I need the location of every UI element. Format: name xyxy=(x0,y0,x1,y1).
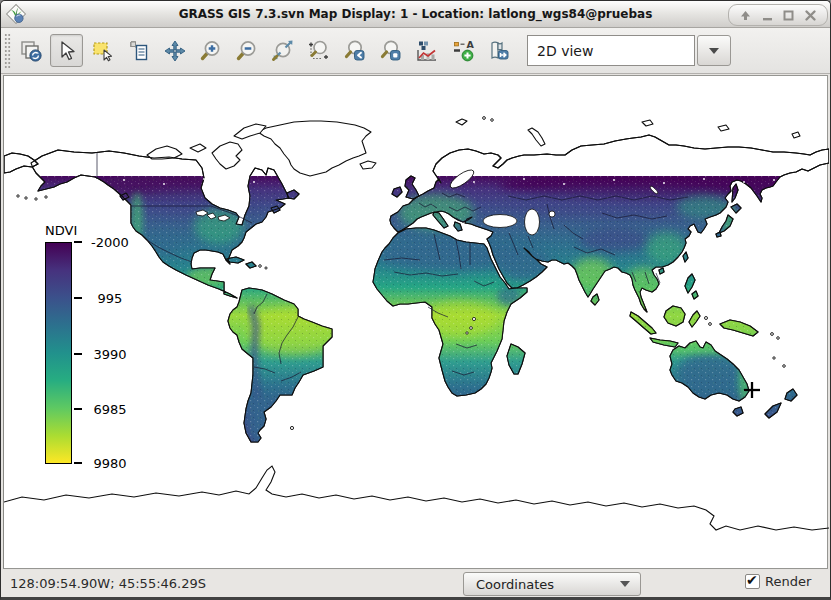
statusbar: 128:09:54.90W; 45:55:46.29S Coordinates … xyxy=(1,570,830,598)
select-features-button[interactable] xyxy=(86,34,119,67)
select-features-icon xyxy=(91,39,115,63)
antarctica-coastline xyxy=(4,466,829,530)
maximize-button[interactable] xyxy=(781,7,797,23)
save-display-button[interactable] xyxy=(482,34,515,67)
zoom-back-icon xyxy=(343,39,367,63)
save-display-icon xyxy=(487,39,511,63)
legend-label: -2000 xyxy=(86,235,134,250)
shade-button[interactable] xyxy=(738,7,754,23)
zoom-in-button[interactable] xyxy=(194,34,227,67)
window-title: GRASS GIS 7.3.svn Map Display: 1 - Locat… xyxy=(1,1,830,28)
toolbar-drag-handle[interactable] xyxy=(4,33,11,69)
zoom-back-button[interactable] xyxy=(338,34,371,67)
chevron-down-icon xyxy=(709,48,719,54)
svg-text:A: A xyxy=(466,39,474,50)
pointer-button[interactable] xyxy=(50,34,83,67)
display-map-button[interactable] xyxy=(14,34,47,67)
ndvi-legend: NDVI -2000 995 3990 6985 9980 xyxy=(42,223,172,242)
legend-tick xyxy=(74,353,82,355)
legend-colorbar xyxy=(45,242,72,464)
grass-map-display-window: GRASS GIS 7.3.svn Map Display: 1 - Locat… xyxy=(0,0,831,600)
close-button[interactable] xyxy=(802,7,818,23)
world-ndvi-map xyxy=(4,76,829,570)
query-icon xyxy=(127,39,151,63)
legend-tick xyxy=(74,297,82,299)
render-checkbox[interactable] xyxy=(745,574,760,589)
view-mode-dropdown-button[interactable] xyxy=(697,35,731,66)
analyze-icon xyxy=(415,39,439,63)
titlebar[interactable]: GRASS GIS 7.3.svn Map Display: 1 - Locat… xyxy=(1,1,830,28)
add-map-elements-icon: A xyxy=(451,39,475,63)
legend-tick xyxy=(74,408,82,410)
zoom-out-button[interactable] xyxy=(230,34,263,67)
map-canvas[interactable]: NDVI -2000 995 3990 6985 9980 xyxy=(3,75,828,569)
render-checkbox-label: Render xyxy=(765,574,811,589)
statusbar-mode-value: Coordinates xyxy=(476,577,554,592)
legend-label: 3990 xyxy=(86,347,134,362)
chevron-down-icon xyxy=(620,581,630,587)
pointer-icon xyxy=(55,39,79,63)
statusbar-mode-dropdown[interactable]: Coordinates xyxy=(463,572,641,596)
zoom-extent-button[interactable] xyxy=(266,34,299,67)
zoom-to-saved-button[interactable] xyxy=(374,34,407,67)
window-controls xyxy=(728,4,828,26)
query-button[interactable] xyxy=(122,34,155,67)
view-mode-value[interactable]: 2D view xyxy=(527,35,695,66)
render-option: Render xyxy=(745,574,811,589)
pan-button[interactable] xyxy=(158,34,191,67)
display-map-icon xyxy=(19,39,43,63)
coordinate-readout: 128:09:54.90W; 45:55:46.29S xyxy=(10,576,206,591)
zoom-in-icon xyxy=(199,39,223,63)
add-map-elements-button[interactable]: A xyxy=(446,34,479,67)
zoom-out-icon xyxy=(235,39,259,63)
view-mode-combobox: 2D view xyxy=(527,35,731,66)
zoom-region-icon xyxy=(307,39,331,63)
minimize-button[interactable] xyxy=(759,7,775,23)
zoom-to-saved-icon xyxy=(379,39,403,63)
pan-icon xyxy=(163,39,187,63)
legend-tick xyxy=(74,241,82,243)
analyze-button[interactable] xyxy=(410,34,443,67)
zoom-region-button[interactable] xyxy=(302,34,335,67)
legend-label: 9980 xyxy=(86,456,134,471)
map-toolbar: A 2D view xyxy=(1,28,830,74)
legend-tick xyxy=(74,462,82,464)
legend-label: 6985 xyxy=(86,402,134,417)
legend-label: 995 xyxy=(86,291,134,306)
zoom-extent-icon xyxy=(271,39,295,63)
